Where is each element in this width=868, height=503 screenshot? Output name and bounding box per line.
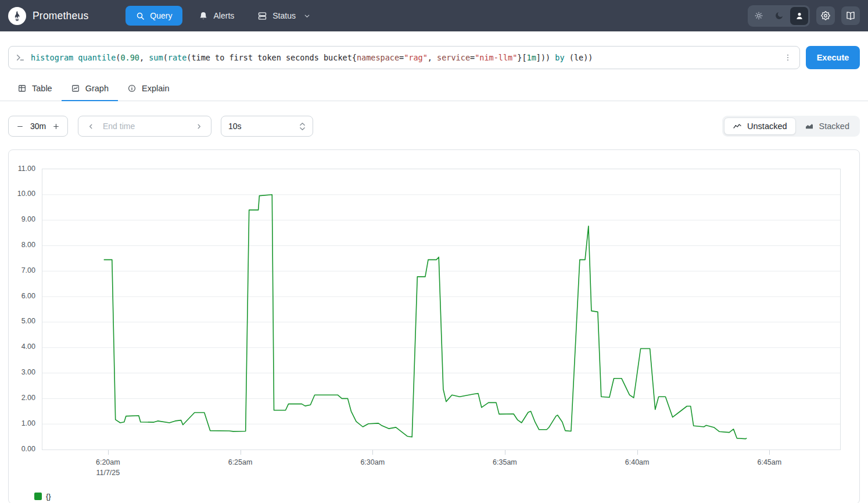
y-tick-label: 2.00 [11,394,35,402]
settings-button[interactable] [816,6,835,25]
chevron-right-icon [195,123,203,130]
x-tick-mark [637,450,638,455]
x-axis-date-label: 11/7/25 [96,469,120,477]
y-tick-label: 3.00 [11,368,35,376]
stacking-toggle: Unstacked Stacked [722,116,860,137]
theme-light-button[interactable] [749,7,767,25]
range-decrease-button[interactable] [12,119,27,134]
x-tick-mark [108,450,109,455]
execute-button[interactable]: Execute [806,46,860,69]
y-tick-label: 8.00 [11,241,35,249]
console-prompt-icon [16,53,25,62]
y-tick-label: 7.00 [11,266,35,274]
x-tick-label: 6:25am [228,458,253,466]
query-options-menu-button[interactable] [781,51,795,65]
sun-icon [754,11,763,20]
x-tick-label: 6:40am [625,458,650,466]
prometheus-logo[interactable] [8,7,26,25]
x-tick-mark [769,450,770,455]
stacked-label: Stacked [819,122,849,131]
end-time-picker[interactable]: End time [78,116,211,137]
y-tick-label: 5.00 [11,317,35,325]
unstacked-label: Unstacked [747,122,787,131]
chart-plot-area[interactable] [42,169,841,450]
resolution-stepper[interactable] [299,122,306,131]
stacked-option[interactable]: Stacked [796,117,858,135]
y-tick-label: 6.00 [11,292,35,300]
end-time-placeholder[interactable]: End time [103,122,191,131]
unstacked-option[interactable]: Unstacked [724,117,796,135]
graph-icon [71,84,80,93]
chevron-down-icon [303,12,311,20]
nav-query-button[interactable]: Query [125,6,182,26]
end-time-back-button[interactable] [83,119,98,134]
y-tick-label: 11.00 [11,165,35,173]
app-title: Prometheus [33,10,88,22]
y-tick-label: 1.00 [11,419,35,427]
nav-alerts-button[interactable]: Alerts [192,6,241,26]
line-chart-icon [733,122,742,131]
nav-alerts-label: Alerts [213,11,234,20]
view-tabs: Table Graph Explain [0,78,868,101]
x-tick-label: 6:35am [493,458,517,466]
x-tick-label: 6:30am [360,458,385,466]
chart-legend: {} [34,492,51,501]
y-tick-label: 10.00 [11,190,35,198]
x-tick-mark [372,450,373,455]
tab-graph-label: Graph [85,84,109,93]
tab-table[interactable]: Table [8,78,62,101]
range-value[interactable]: 30m [30,122,46,131]
main-nav: Query Alerts Status [125,6,318,26]
brand: Prometheus [8,7,88,25]
x-tick-mark [505,450,505,455]
graph-panel: 0.001.002.003.004.005.006.007.008.009.00… [8,149,860,503]
y-tick-label: 4.00 [11,343,35,351]
range-input: 30m [8,116,68,137]
nav-status-button[interactable]: Status [250,6,318,26]
tab-graph[interactable]: Graph [62,78,118,101]
graph-controls: 30m End time 10s Unstacked [8,116,860,137]
user-icon [795,11,804,20]
gear-icon [820,10,831,21]
x-tick-mark [241,450,241,455]
book-icon [845,10,856,21]
x-tick-label: 6:20am [96,458,120,466]
chevron-left-icon [87,123,95,130]
minus-icon [16,123,24,130]
y-tick-label: 9.00 [11,215,35,223]
tab-explain[interactable]: Explain [118,78,179,101]
legend-label: {} [46,492,51,501]
search-icon [136,12,145,20]
range-increase-button[interactable] [49,119,64,134]
end-time-forward-button[interactable] [191,119,206,134]
theme-dark-button[interactable] [770,7,788,25]
query-row: histogram_quantile(0.90, sum(rate(time_t… [8,46,860,69]
chevron-down-icon [299,127,306,131]
nav-query-label: Query [150,11,172,20]
tab-explain-label: Explain [142,84,170,93]
resolution-value: 10s [228,122,242,131]
area-chart-icon [805,122,814,131]
theme-system-button[interactable] [790,7,808,25]
legend-swatch [34,493,42,500]
tab-table-label: Table [32,84,52,93]
info-circle-icon [127,84,137,93]
expression-input[interactable]: histogram_quantile(0.90, sum(rate(time_t… [8,46,800,69]
x-tick-label: 6:45am [757,458,781,466]
bell-icon [199,11,208,20]
torch-flame-icon [11,10,23,22]
docs-button[interactable] [841,6,860,25]
theme-toggle-group [748,5,810,27]
legend-item[interactable]: {} [34,492,51,501]
nav-status-label: Status [272,11,296,20]
moon-icon [774,11,784,20]
promql-expression: histogram_quantile(0.90, sum(rate(time_t… [31,53,781,62]
top-nav: Prometheus Query Alerts [0,0,868,31]
plus-icon [52,123,60,130]
resolution-select[interactable]: 10s [221,116,313,137]
chevron-up-icon [299,122,306,126]
table-icon [17,84,27,93]
server-icon [257,11,267,21]
y-tick-label: 0.00 [11,445,35,453]
time-series-chart [42,169,840,450]
